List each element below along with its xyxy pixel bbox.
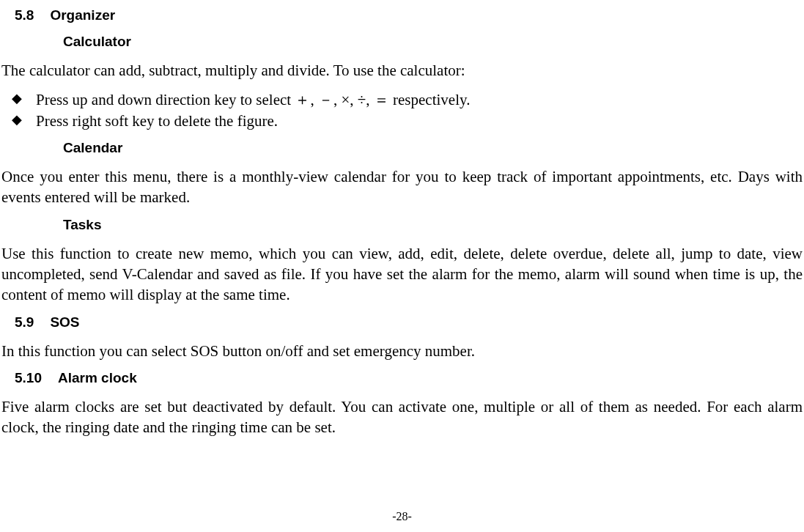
document-page: 5.8 Organizer Calculator The calculator … bbox=[0, 0, 804, 438]
calendar-text: Once you enter this menu, there is a mon… bbox=[0, 166, 804, 208]
list-item: ◆ Press right soft key to delete the fig… bbox=[0, 111, 804, 131]
section-5-8-heading: 5.8 Organizer bbox=[15, 7, 804, 23]
section-number: 5.10 bbox=[15, 370, 42, 386]
sos-text: In this function you can select SOS butt… bbox=[0, 341, 804, 361]
section-number: 5.8 bbox=[15, 7, 34, 23]
alarm-text: Five alarm clocks are set but deactivate… bbox=[0, 396, 804, 438]
tasks-text: Use this function to create new memo, wh… bbox=[0, 243, 804, 306]
bullet-text: Press up and down direction key to selec… bbox=[36, 89, 470, 110]
section-title: Organizer bbox=[50, 7, 115, 23]
calendar-heading: Calendar bbox=[63, 140, 804, 156]
diamond-bullet-icon: ◆ bbox=[9, 89, 25, 110]
bullet-text: Press right soft key to delete the figur… bbox=[36, 111, 278, 131]
section-title: SOS bbox=[50, 314, 79, 330]
section-title: Alarm clock bbox=[58, 370, 137, 386]
section-5-9-heading: 5.9 SOS bbox=[15, 314, 804, 330]
section-number: 5.9 bbox=[15, 314, 34, 330]
page-number: -28- bbox=[0, 510, 804, 523]
calculator-bullets: ◆ Press up and down direction key to sel… bbox=[0, 89, 804, 131]
tasks-heading: Tasks bbox=[63, 217, 804, 233]
section-5-10-heading: 5.10 Alarm clock bbox=[15, 370, 804, 386]
calculator-intro: The calculator can add, subtract, multip… bbox=[0, 60, 804, 81]
calculator-heading: Calculator bbox=[63, 34, 804, 50]
list-item: ◆ Press up and down direction key to sel… bbox=[0, 89, 804, 110]
diamond-bullet-icon: ◆ bbox=[9, 111, 25, 131]
